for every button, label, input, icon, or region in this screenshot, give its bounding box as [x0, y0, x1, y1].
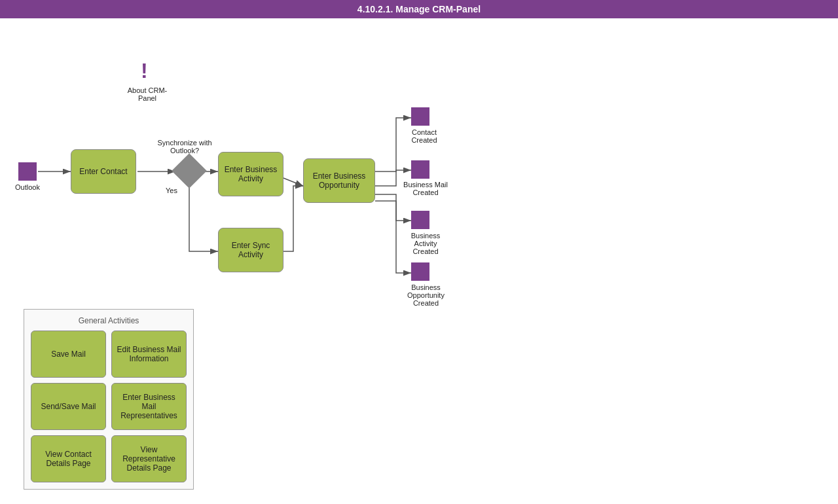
ga-view-representative-details[interactable]: View Representative Details Page — [111, 435, 187, 482]
general-activities-box: General Activities Save Mail Edit Busine… — [24, 309, 194, 490]
business-activity-created-label: Business Activity Created — [403, 232, 448, 255]
about-crm-icon: ! — [141, 59, 148, 83]
business-opportunity-created-node — [411, 262, 429, 281]
decision-diamond — [177, 159, 201, 183]
business-opportunity-created-label: Business Opportunity Created — [401, 283, 450, 307]
enter-business-activity-node[interactable]: Enter Business Activity — [218, 152, 283, 196]
title-bar: 4.10.2.1. Manage CRM-Panel — [0, 0, 838, 18]
ga-send-save-mail[interactable]: Send/Save Mail — [31, 383, 106, 430]
outlook-label: Outlook — [12, 183, 43, 191]
svg-line-4 — [283, 178, 303, 186]
general-activities-title: General Activities — [31, 316, 187, 325]
ga-save-mail[interactable]: Save Mail — [31, 331, 106, 378]
ga-enter-business-mail-reps[interactable]: Enter Business Mail Representatives — [111, 383, 187, 430]
contact-created-label: Contact Created — [405, 128, 444, 144]
about-crm-label: About CRM-Panel — [121, 86, 173, 102]
sync-question-label: Synchronize with Outlook? — [155, 139, 214, 154]
enter-contact-node[interactable]: Enter Contact — [71, 149, 136, 194]
outlook-node — [18, 162, 37, 181]
yes-label: Yes — [162, 187, 181, 194]
enter-business-opportunity-node[interactable]: Enter Business Opportunity — [303, 158, 375, 203]
title-text: 4.10.2.1. Manage CRM-Panel — [357, 4, 481, 14]
ga-edit-business-mail[interactable]: Edit Business Mail Information — [111, 331, 187, 378]
business-mail-created-label: Business Mail Created — [403, 181, 448, 196]
diagram-area: ! About CRM-Panel Outlook Enter Contact … — [0, 21, 838, 504]
business-mail-created-node — [411, 160, 429, 179]
contact-created-node — [411, 107, 429, 126]
general-activities-grid: Save Mail Edit Business Mail Information… — [31, 331, 187, 482]
ga-view-contact-details[interactable]: View Contact Details Page — [31, 435, 106, 482]
enter-sync-activity-node[interactable]: Enter Sync Activity — [218, 228, 283, 272]
business-activity-created-node — [411, 211, 429, 229]
